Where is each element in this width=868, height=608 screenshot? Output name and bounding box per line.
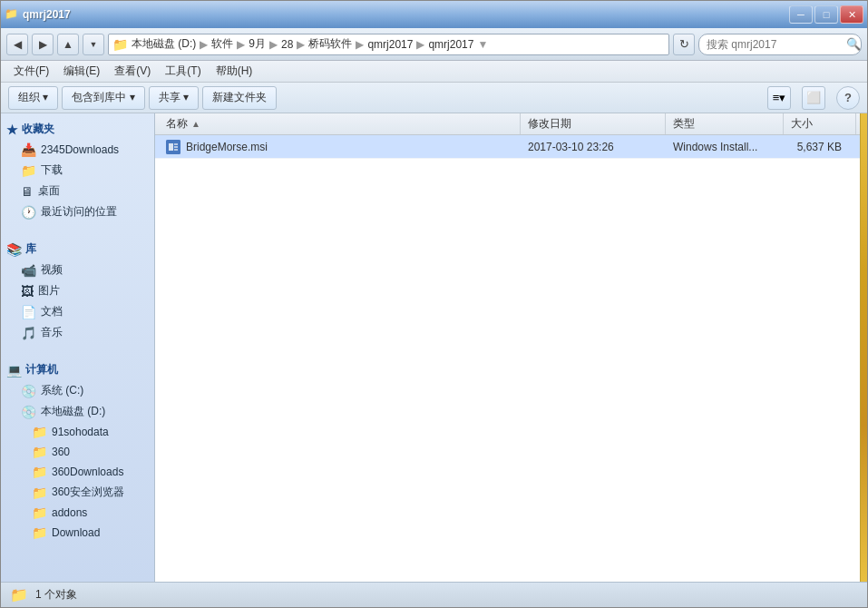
breadcrumb-part-6[interactable]: qmrj2017 [367, 38, 413, 51]
breadcrumb-part-4[interactable]: 28 [281, 38, 293, 51]
column-header-size[interactable]: 大小 [784, 113, 856, 134]
svg-rect-3 [174, 146, 178, 148]
file-name: BridgeMorse.msi [186, 141, 268, 153]
folder-icon: 📁 [32, 445, 47, 459]
organize-button[interactable]: 组织 ▾ [8, 86, 58, 110]
sidebar-item-label: 视频 [41, 262, 63, 278]
sidebar-item-360downloads[interactable]: 📁 360Downloads [1, 462, 154, 482]
titlebar-buttons: ─ □ ✕ [789, 5, 863, 24]
file-size-cell: 5,637 KB [784, 141, 856, 153]
main-window: 📁 qmrj2017 ─ □ ✕ ◀ ▶ ▲ ▼ 📁 本地磁盘 (D:) ▶ 软… [0, 0, 868, 608]
sidebar-item-documents[interactable]: 📄 文档 [1, 301, 154, 322]
address-folder-icon: 📁 [112, 37, 128, 52]
menu-tools[interactable]: 工具(T) [158, 62, 208, 81]
folder-icon: 📁 [21, 163, 36, 178]
forward-button[interactable]: ▶ [32, 34, 54, 55]
sidebar-item-label: 本地磁盘 (D:) [41, 404, 105, 419]
address-bar[interactable]: 📁 本地磁盘 (D:) ▶ 软件 ▶ 9月 ▶ 28 ▶ 桥码软件 ▶ qmrj… [108, 34, 669, 55]
desktop-icon: 🖥 [21, 184, 34, 199]
back-button[interactable]: ◀ [6, 34, 28, 55]
favorites-header[interactable]: ★ 收藏夹 [1, 119, 154, 140]
sidebar-item-label: 系统 (C:) [41, 383, 83, 398]
sidebar-item-desktop[interactable]: 🖥 桌面 [1, 181, 154, 201]
breadcrumb-part-7[interactable]: qmrj2017 [428, 38, 473, 51]
search-icon[interactable]: 🔍 [846, 37, 861, 51]
status-text: 1 个对象 [35, 587, 77, 603]
new-folder-button[interactable]: 新建文件夹 [202, 86, 277, 110]
sidebar-item-label: 360 [52, 446, 70, 458]
music-icon: 🎵 [21, 326, 36, 340]
sidebar-item-360[interactable]: 📁 360 [1, 442, 154, 462]
menu-view[interactable]: 查看(V) [107, 62, 158, 81]
sidebar-item-addons[interactable]: 📁 addons [1, 503, 154, 523]
titlebar: 📁 qmrj2017 ─ □ ✕ [1, 1, 867, 28]
pictures-icon: 🖼 [21, 284, 34, 299]
titlebar-title: qmrj2017 [23, 8, 789, 21]
sidebar-item-label: addons [52, 506, 87, 519]
sidebar-item-music[interactable]: 🎵 音乐 [1, 322, 154, 343]
breadcrumb-part-1[interactable]: 本地磁盘 (D:) [132, 36, 196, 52]
favorites-label: 收藏夹 [22, 122, 54, 137]
up-button[interactable]: ▲ [57, 34, 79, 55]
breadcrumb-part-5[interactable]: 桥码软件 [308, 36, 352, 52]
library-icon: 📚 [6, 242, 22, 257]
share-button[interactable]: 共享 ▾ [149, 86, 199, 110]
recent-icon: 🕐 [21, 205, 36, 220]
column-header-date[interactable]: 修改日期 [521, 113, 666, 134]
sidebar-item-label: 360Downloads [52, 466, 123, 478]
breadcrumb-part-3[interactable]: 9月 [249, 36, 266, 52]
file-list: BridgeMorse.msi 2017-03-10 23:26 Windows… [155, 135, 860, 582]
folder-icon: 📁 [32, 485, 47, 500]
file-type-cell: Windows Install... [666, 141, 784, 153]
sidebar-item-downloads[interactable]: 📁 下载 [1, 160, 154, 181]
svg-rect-1 [169, 143, 173, 151]
file-area: 名称 ▲ 修改日期 类型 大小 [155, 113, 860, 582]
maximize-button[interactable]: □ [814, 5, 838, 24]
dropdown-button[interactable]: ▼ [83, 34, 104, 55]
sidebar-item-label: 2345Downloads [41, 143, 119, 156]
svg-rect-4 [174, 149, 178, 151]
drive-d-icon: 💿 [21, 405, 36, 419]
computer-header[interactable]: 💻 计算机 [1, 359, 154, 380]
breadcrumb-part-2[interactable]: 软件 [211, 36, 233, 52]
drive-c-icon: 💿 [21, 384, 36, 398]
view-toggle-button[interactable]: ≡▾ [767, 86, 791, 110]
preview-pane-button[interactable]: ⬜ [802, 86, 825, 110]
folder-icon: 📥 [21, 142, 36, 157]
sidebar-item-360browser[interactable]: 📁 360安全浏览器 [1, 482, 154, 503]
column-header-name[interactable]: 名称 ▲ [159, 113, 521, 134]
sidebar-item-label: 文档 [41, 304, 63, 319]
video-icon: 📹 [21, 263, 36, 278]
sidebar-item-pictures[interactable]: 🖼 图片 [1, 280, 154, 301]
close-button[interactable]: ✕ [840, 5, 863, 24]
include-library-button[interactable]: 包含到库中 ▾ [62, 86, 144, 110]
sidebar-item-local-d[interactable]: 💿 本地磁盘 (D:) [1, 401, 154, 422]
menu-file[interactable]: 文件(F) [6, 62, 56, 81]
refresh-button[interactable]: ↻ [673, 34, 695, 55]
help-button[interactable]: ? [836, 86, 860, 110]
sidebar-item-download[interactable]: 📁 Download [1, 523, 154, 543]
titlebar-icon: 📁 [5, 7, 19, 22]
computer-section: 💻 计算机 💿 系统 (C:) 💿 本地磁盘 (D:) 📁 91sohodata [1, 354, 154, 546]
minimize-button[interactable]: ─ [789, 5, 813, 24]
favorites-section: ★ 收藏夹 📥 2345Downloads 📁 下载 🖥 桌面 [1, 113, 154, 226]
menu-edit[interactable]: 编辑(E) [56, 62, 107, 81]
sidebar-item-system-c[interactable]: 💿 系统 (C:) [1, 380, 154, 401]
library-header[interactable]: 📚 库 [1, 239, 154, 260]
sidebar-item-video[interactable]: 📹 视频 [1, 260, 154, 280]
search-box[interactable]: 🔍 [698, 34, 862, 55]
sort-arrow-icon: ▲ [191, 119, 200, 129]
search-input[interactable] [707, 38, 843, 51]
menu-help[interactable]: 帮助(H) [209, 62, 260, 81]
sidebar-item-label: 桌面 [38, 183, 60, 199]
sidebar-item-recent[interactable]: 🕐 最近访问的位置 [1, 201, 154, 222]
sidebar-item-2345downloads[interactable]: 📥 2345Downloads [1, 140, 154, 160]
library-section: 📚 库 📹 视频 🖼 图片 📄 文档 [1, 233, 154, 347]
table-row[interactable]: BridgeMorse.msi 2017-03-10 23:26 Windows… [155, 135, 860, 159]
favorites-star-icon: ★ [6, 123, 18, 137]
right-edge-decoration [860, 113, 867, 582]
documents-icon: 📄 [21, 305, 36, 319]
msi-file-icon [166, 140, 180, 154]
column-header-type[interactable]: 类型 [666, 113, 784, 134]
sidebar-item-91sohodata[interactable]: 📁 91sohodata [1, 422, 154, 442]
